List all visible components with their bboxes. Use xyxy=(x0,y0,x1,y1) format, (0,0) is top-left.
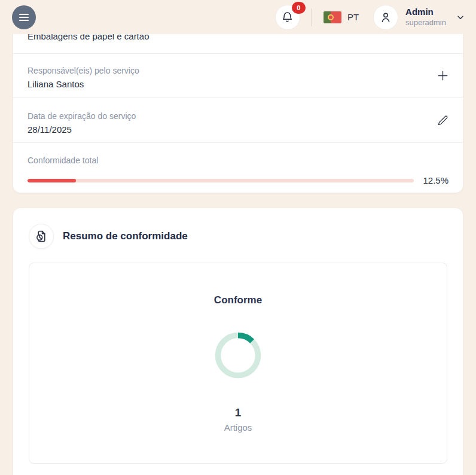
compliance-total-row: Conformidade total 12.5% xyxy=(13,143,463,193)
user-icon xyxy=(379,11,392,24)
language-code: PT xyxy=(347,12,359,22)
summary-title: Resumo de conformidade xyxy=(63,230,188,242)
portugal-flag-icon xyxy=(324,11,341,23)
expiration-label: Data de expiração do serviço xyxy=(28,111,448,121)
menu-button[interactable] xyxy=(12,5,36,29)
donut-chart-title: Conforme xyxy=(214,294,262,306)
donut-chart-panel: Conforme 1 Artigos xyxy=(29,263,447,464)
compliance-progress-bar xyxy=(28,179,414,182)
responsible-row: Responsável(eis) pelo serviço Liliana Sa… xyxy=(13,54,463,98)
articles-count: 1 xyxy=(235,406,242,419)
summary-header: Resumo de conformidade xyxy=(13,208,463,249)
compliance-percent: 12.5% xyxy=(422,175,448,185)
responsible-value: Liliana Santos xyxy=(28,79,448,89)
service-details-card: Embalagens de papel e cartão Responsável… xyxy=(13,12,463,193)
notifications-button[interactable]: 0 xyxy=(275,5,300,30)
articles-count-label: Artigos xyxy=(224,422,252,433)
plus-icon xyxy=(436,69,450,83)
bell-icon xyxy=(281,11,294,23)
donut-chart xyxy=(214,331,262,379)
topbar-right: 0 PT Admin superadmin xyxy=(275,0,465,34)
responsible-label: Responsável(eis) pelo serviço xyxy=(28,66,448,75)
pencil-icon xyxy=(437,114,449,127)
hamburger-icon xyxy=(19,14,29,15)
add-responsible-button[interactable] xyxy=(434,68,451,84)
edit-expiration-button[interactable] xyxy=(434,112,451,129)
compliance-summary-card: Resumo de conformidade Conforme 1 Artigo… xyxy=(13,208,463,475)
report-document-icon xyxy=(34,229,48,243)
expiration-row: Data de expiração do serviço 28/11/2025 xyxy=(13,98,463,143)
topbar-divider xyxy=(311,8,312,26)
user-name: Admin xyxy=(405,7,446,18)
topbar: 0 PT Admin superadmin xyxy=(0,0,476,34)
user-menu[interactable]: Admin superadmin xyxy=(373,5,465,30)
avatar[interactable] xyxy=(373,5,398,30)
compliance-total-label: Conformidade total xyxy=(28,156,448,165)
user-role: superadmin xyxy=(405,18,446,28)
language-selector[interactable]: PT xyxy=(324,11,359,23)
expiration-value: 28/11/2025 xyxy=(28,124,448,135)
compliance-progress-fill xyxy=(28,179,76,182)
chevron-down-icon[interactable] xyxy=(456,13,465,22)
notification-badge: 0 xyxy=(292,2,306,14)
